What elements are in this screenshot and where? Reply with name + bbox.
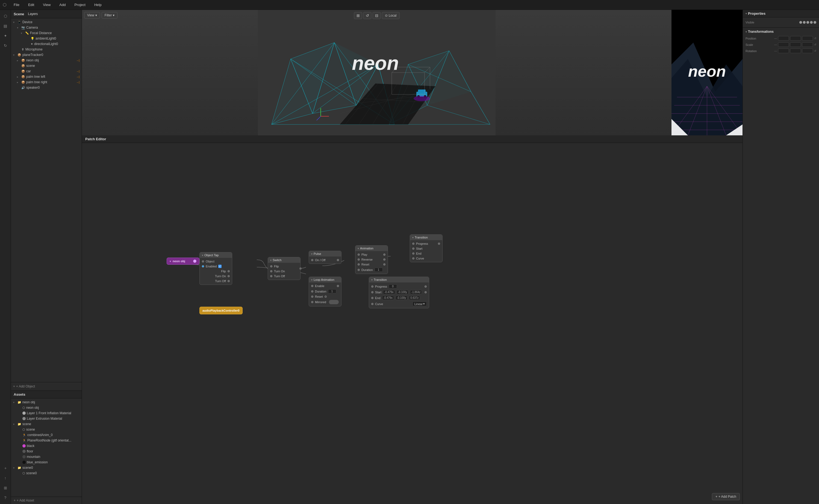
loop-anim-header: ▾ Loop Animation bbox=[309, 277, 341, 282]
position-reset[interactable]: ↺ bbox=[814, 37, 816, 40]
patch-canvas[interactable]: ▾ neon obj ▾ Object Tap Object bbox=[82, 143, 743, 503]
switch-label: Switch bbox=[273, 258, 281, 262]
object-tap-port-turnoff: Turn Off bbox=[200, 279, 232, 284]
sidebar-icon-effects[interactable]: ✦ bbox=[1, 32, 10, 40]
loop-port-mirrored: Mirrored bbox=[309, 299, 341, 305]
asset-neon-obj-mesh[interactable]: ▸ ⬡ neon obj bbox=[11, 405, 82, 410]
sidebar-icon-upload[interactable]: ↑ bbox=[1, 474, 10, 482]
asset-layer1-extrusion[interactable]: ▸ Layer Extrusion Material bbox=[11, 416, 82, 421]
transition-1-node[interactable]: ▾ Transition Progress Start bbox=[410, 234, 443, 262]
asset-blue-emission[interactable]: ▸ blue_emission bbox=[11, 460, 82, 465]
asset-combined-anim[interactable]: ▸ 🏃 combinedAnim_0 bbox=[11, 432, 82, 438]
position-row: Position — ↺ bbox=[746, 35, 816, 41]
view-button[interactable]: View ▾ bbox=[84, 12, 100, 19]
asset-black[interactable]: ▸ black bbox=[11, 443, 82, 449]
sidebar-icon-layers[interactable]: ▤ bbox=[1, 22, 10, 30]
rotation-z[interactable] bbox=[802, 49, 813, 53]
tree-item-plane-tracker[interactable]: ▾ 📦 planeTracker0 bbox=[11, 52, 82, 58]
rotation-x[interactable] bbox=[778, 49, 789, 53]
transformations-header[interactable]: ▾ Transformations bbox=[746, 30, 816, 35]
neon-obj-collapse: ▾ bbox=[170, 260, 171, 263]
local-button[interactable]: ⊙ Local bbox=[382, 12, 400, 19]
visible-toggle[interactable] bbox=[799, 21, 816, 24]
add-asset-button[interactable]: + + Add Asset bbox=[11, 497, 82, 504]
tree-item-device[interactable]: ▾ 📱 Device bbox=[11, 19, 82, 25]
menu-item-project[interactable]: Project bbox=[73, 2, 87, 8]
sidebar-icon-settings[interactable]: ⊞ bbox=[1, 484, 10, 492]
viewport-grid-icon[interactable]: ⊞ bbox=[354, 12, 362, 19]
transition-2-node[interactable]: ▾ Transition Progress 0 Start bbox=[369, 277, 429, 308]
enabled-checkbox[interactable]: ✓ bbox=[218, 265, 222, 268]
sidebar-icon-patches[interactable]: ↻ bbox=[1, 41, 10, 50]
rotation-y[interactable] bbox=[790, 49, 801, 53]
tree-label-palm-right: palm tree right bbox=[26, 80, 75, 84]
asset-scene-folder[interactable]: ▾ 📁 scene bbox=[11, 421, 82, 427]
asset-scene-mesh[interactable]: ▸ ⬡ scene bbox=[11, 427, 82, 432]
neon-obj-node[interactable]: ▾ neon obj bbox=[167, 258, 199, 265]
position-minus[interactable]: — bbox=[774, 37, 777, 40]
sidebar-icon-help[interactable]: ? bbox=[1, 494, 10, 502]
position-z[interactable] bbox=[802, 36, 813, 41]
port-dot-loop-enable bbox=[311, 285, 313, 287]
scale-y[interactable] bbox=[790, 42, 801, 47]
port-dot-anim-play bbox=[358, 254, 360, 256]
scale-reset[interactable]: ↺ bbox=[814, 43, 816, 46]
viewport-refresh-icon[interactable]: ↺ bbox=[363, 12, 372, 19]
audio-playback-node[interactable]: audioPlaybackController0 bbox=[199, 307, 243, 314]
tree-item-speaker[interactable]: ▸ 🔊 speaker0 bbox=[11, 85, 82, 90]
menu-item-file[interactable]: File bbox=[12, 2, 21, 8]
asset-mountain[interactable]: ▸ mountain bbox=[11, 454, 82, 460]
menu-item-view[interactable]: View bbox=[41, 2, 52, 8]
rotation-reset[interactable]: ↺ bbox=[814, 49, 816, 52]
loop-animation-node[interactable]: ▾ Loop Animation Enable Duration 1 bbox=[309, 277, 342, 306]
tree-item-microphone[interactable]: ▸ 🎙 Microphone bbox=[11, 47, 82, 52]
switch-node[interactable]: ▾ Switch Flip Turn On bbox=[268, 257, 301, 280]
rotation-minus[interactable]: — bbox=[774, 49, 777, 52]
port-label-loop-enable: Enable bbox=[315, 284, 324, 288]
tree-item-directional[interactable]: ▸ ✦ directionalLight0 bbox=[11, 41, 82, 47]
sidebar-icon-add[interactable]: ＋ bbox=[1, 464, 10, 472]
add-patch-button[interactable]: + + Add Patch bbox=[712, 493, 740, 500]
menu-item-edit[interactable]: Edit bbox=[26, 2, 36, 8]
asset-scene0-mesh[interactable]: ▸ ⬡ scene0 bbox=[11, 470, 82, 476]
port-dot-anim-reset bbox=[358, 263, 360, 266]
asset-neon-obj-folder[interactable]: ▾ 📁 neon obj bbox=[11, 399, 82, 405]
tree-item-palm-right[interactable]: ▸ 📦 palm tree right →| bbox=[11, 79, 82, 85]
tree-icon-camera: 📷 bbox=[21, 26, 25, 29]
trans2-curve-select[interactable]: Linear ▾ bbox=[413, 302, 427, 306]
tree-label-directional: directionalLight0 bbox=[34, 42, 79, 46]
pulse-node[interactable]: ▾ Pulse On / Off bbox=[309, 251, 342, 264]
asset-plane-root[interactable]: ▸ 🏃 PlaneRootNode (gltf orientat... bbox=[11, 438, 82, 443]
tree-item-palm-left[interactable]: ▸ 📦 palm tree left →| bbox=[11, 74, 82, 79]
asset-icon-anim: 🏃 bbox=[22, 433, 26, 437]
scale-x[interactable] bbox=[778, 42, 789, 47]
tree-item-neon-obj[interactable]: ▸ 📦 neon obj →| bbox=[11, 58, 82, 63]
loop-mirrored-toggle[interactable] bbox=[329, 300, 339, 304]
asset-floor[interactable]: ▸ floor bbox=[11, 449, 82, 454]
menu-item-help[interactable]: Help bbox=[93, 2, 103, 8]
scale-minus[interactable]: — bbox=[774, 43, 777, 46]
asset-layer1-front[interactable]: ▸ Layer 1 Front Inflation Material bbox=[11, 410, 82, 416]
object-tap-node[interactable]: ▾ Object Tap Object Enabled ✓ bbox=[199, 252, 232, 285]
port-dot-object bbox=[202, 260, 204, 263]
tree-item-ambient[interactable]: ▸ 💡 ambientLight0 bbox=[11, 36, 82, 41]
tree-badge-neon-obj: →| bbox=[76, 59, 79, 62]
asset-scene0-folder[interactable]: ▾ 📁 scene0 bbox=[11, 465, 82, 470]
tree-item-focal[interactable]: ▾ 📏 Focal Distance bbox=[11, 30, 82, 36]
properties-title: Properties bbox=[748, 11, 765, 16]
visible-section: Visible bbox=[743, 17, 819, 28]
object-tap-body: Object Enabled ✓ Flip Turn On bbox=[200, 258, 232, 285]
tree-item-car[interactable]: ▸ 📦 car →| bbox=[11, 68, 82, 74]
menu-item-add[interactable]: Add bbox=[58, 2, 67, 8]
layers-tab[interactable]: Layers bbox=[27, 11, 39, 16]
tree-item-camera[interactable]: ▾ 📷 Camera bbox=[11, 25, 82, 30]
tree-item-scene[interactable]: ▸ 📦 scene bbox=[11, 63, 82, 68]
filter-button[interactable]: Filter ▾ bbox=[102, 12, 118, 19]
add-object-button[interactable]: + + Add Object bbox=[11, 382, 82, 390]
scale-z[interactable] bbox=[802, 42, 813, 47]
position-x[interactable] bbox=[778, 36, 789, 41]
viewport-fullscreen-icon[interactable]: ⊟ bbox=[373, 12, 381, 19]
animation-node[interactable]: ▾ Animation Play Reverse bbox=[355, 245, 388, 274]
position-y[interactable] bbox=[790, 36, 801, 41]
sidebar-icon-scene[interactable]: ⬡ bbox=[1, 12, 10, 20]
